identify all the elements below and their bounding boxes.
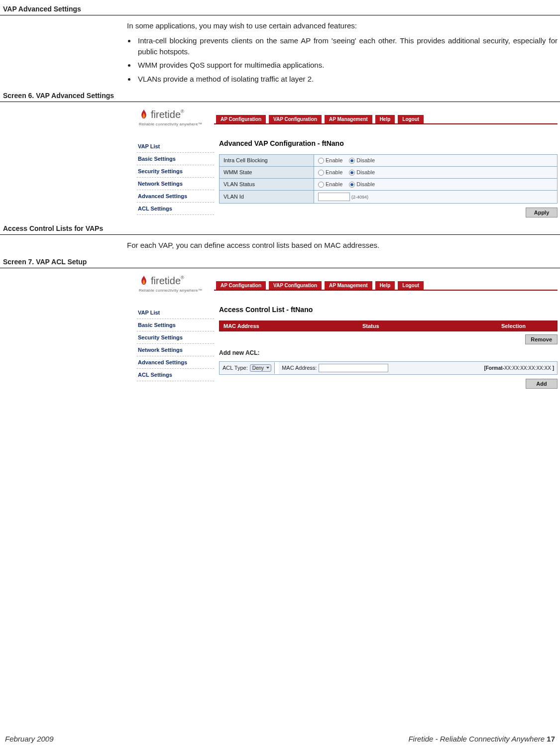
flame-icon [139, 275, 149, 287]
advanced-settings-table: Intra Cell Blocking Enable Disable WMM S… [219, 154, 558, 204]
sidebar-item-acl[interactable]: ACL Settings [137, 203, 214, 215]
logo-tagline: Reliable connectivity anywhere™ [139, 288, 214, 293]
row-wmm-label: WMM State [220, 166, 314, 178]
tab-ap-management[interactable]: AP Management [325, 281, 372, 290]
advanced-bullets: Intra-cell blocking prevents clients on … [127, 35, 558, 85]
side-nav: VAP List Basic Settings Security Setting… [137, 130, 214, 215]
firetide-logo: firetide® Reliable connectivity anywhere… [137, 272, 214, 297]
tab-vap-configuration[interactable]: VAP Configuration [269, 115, 322, 123]
firetide-logo: firetide® Reliable connectivity anywhere… [137, 106, 214, 130]
tab-ap-configuration[interactable]: AP Configuration [216, 281, 266, 290]
sidebar-item-advanced[interactable]: Advanced Settings [137, 356, 214, 369]
wmm-enable[interactable]: Enable [318, 169, 342, 175]
section-heading-acl: Access Control Lists for VAPs [0, 222, 560, 235]
screen6-caption: Screen 6. VAP Advanced Settings [0, 90, 560, 102]
tab-help[interactable]: Help [375, 115, 395, 123]
bullet-vlan: VLANs provide a method of isolating traf… [136, 74, 558, 85]
page-number: 17 [547, 735, 555, 743]
top-tabbar: AP Configuration VAP Configuration AP Ma… [214, 106, 558, 124]
vlan-status-enable[interactable]: Enable [318, 181, 342, 187]
sidebar-item-network[interactable]: Network Settings [137, 178, 214, 190]
tab-logout[interactable]: Logout [398, 115, 424, 123]
footer-text: Firetide - Reliable Connectivity Anywher… [408, 735, 547, 743]
radio-icon [318, 170, 324, 176]
tab-vap-configuration[interactable]: VAP Configuration [269, 281, 322, 290]
sidebar-item-vap-list[interactable]: VAP List [137, 140, 214, 153]
sidebar-item-advanced[interactable]: Advanced Settings [137, 190, 214, 203]
side-nav: VAP List Basic Settings Security Setting… [137, 297, 214, 381]
logo-text: firetide [151, 275, 181, 286]
sidebar-item-network[interactable]: Network Settings [137, 344, 214, 356]
mac-address-label: MAC Address: [282, 365, 317, 371]
tab-logout[interactable]: Logout [398, 281, 424, 290]
radio-icon [349, 158, 355, 164]
intra-cell-enable[interactable]: Enable [318, 157, 342, 163]
row-vlan-status-label: VLAN Status [220, 178, 314, 190]
tab-help[interactable]: Help [375, 281, 395, 290]
acl-intro: For each VAP, you can define access cont… [127, 240, 558, 251]
sidebar-item-security[interactable]: Security Settings [137, 331, 214, 344]
radio-icon [349, 170, 355, 176]
radio-icon [349, 182, 355, 188]
acl-type-label: ACL Type: [223, 365, 248, 371]
add-new-acl-heading: Add new ACL: [219, 349, 558, 356]
logo-tagline: Reliable connectivity anywhere™ [139, 122, 214, 126]
row-intra-cell-label: Intra Cell Blocking [220, 154, 314, 166]
apply-button[interactable]: Apply [526, 208, 558, 217]
intra-cell-disable[interactable]: Disable [349, 157, 375, 163]
top-tabbar: AP Configuration VAP Configuration AP Ma… [214, 272, 558, 291]
flame-icon [139, 109, 149, 121]
footer-date: February 2009 [5, 735, 54, 743]
radio-icon [318, 182, 324, 188]
advanced-intro: In some applications, you may wish to us… [127, 20, 558, 31]
section-heading-advanced: VAP Advanced Settings [0, 3, 560, 15]
vlan-id-input[interactable] [318, 193, 350, 201]
sidebar-item-basic[interactable]: Basic Settings [137, 153, 214, 165]
col-mac-address: MAC Address [220, 321, 358, 331]
acl-table-header: MAC Address Status Selection [219, 321, 558, 331]
wmm-disable[interactable]: Disable [349, 169, 375, 175]
vlan-id-hint: (2-4094) [351, 195, 368, 200]
add-acl-row: ACL Type: Deny MAC Address: [Format-XX:X… [219, 361, 558, 375]
sidebar-item-acl[interactable]: ACL Settings [137, 369, 214, 381]
mac-address-input[interactable] [319, 364, 388, 372]
col-status: Status [358, 321, 497, 331]
add-button[interactable]: Add [526, 379, 558, 389]
remove-button[interactable]: Remove [525, 334, 558, 344]
sidebar-item-basic[interactable]: Basic Settings [137, 319, 214, 331]
logo-reg: ® [181, 275, 184, 280]
row-vlan-id-label: VLAN Id [220, 190, 314, 203]
panel-title-acl: Access Control List - ftNano [219, 306, 558, 314]
screen7-caption: Screen 7. VAP ACL Setup [0, 256, 560, 268]
col-selection: Selection [497, 321, 557, 331]
screenshot-6: firetide® Reliable connectivity anywhere… [137, 106, 558, 217]
page-footer: February 2009 Firetide - Reliable Connec… [5, 735, 555, 743]
radio-icon [318, 158, 324, 164]
panel-title-advanced: Advanced VAP Configuration - ftNano [219, 139, 558, 147]
vlan-status-disable[interactable]: Disable [349, 181, 375, 187]
tab-ap-management[interactable]: AP Management [325, 115, 372, 123]
logo-text: firetide [151, 109, 181, 120]
acl-type-select[interactable]: Deny [250, 364, 271, 372]
logo-reg: ® [181, 109, 184, 114]
screenshot-7: firetide® Reliable connectivity anywhere… [137, 272, 558, 389]
mac-format-hint: [Format-XX:XX:XX:XX:XX:XX ] [484, 365, 554, 371]
bullet-wmm: WMM provides QoS support for multimedia … [136, 60, 558, 71]
sidebar-item-security[interactable]: Security Settings [137, 165, 214, 178]
sidebar-item-vap-list[interactable]: VAP List [137, 307, 214, 319]
bullet-intra-cell: Intra-cell blocking prevents clients on … [136, 35, 558, 57]
tab-ap-configuration[interactable]: AP Configuration [216, 115, 266, 123]
